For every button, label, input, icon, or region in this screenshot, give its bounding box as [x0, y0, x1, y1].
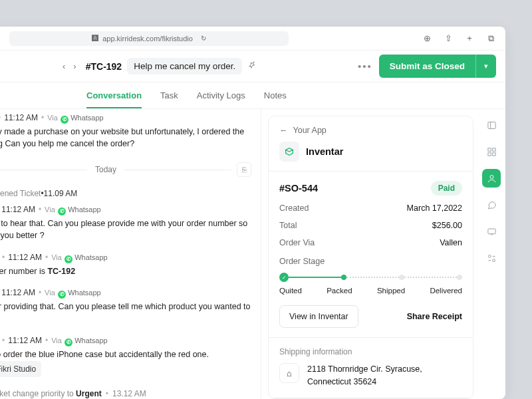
- svg-rect-7: [487, 229, 495, 234]
- reload-icon[interactable]: ↻: [201, 35, 206, 42]
- rail-grid-icon[interactable]: [482, 142, 501, 161]
- message: zorla•11:12 AM•Via ✆Whatsapp ted to orde…: [0, 332, 251, 383]
- svg-rect-3: [492, 148, 495, 150]
- download-icon[interactable]: ⊕: [422, 33, 432, 44]
- ticket-title[interactable]: Help me cancel my order.: [127, 58, 242, 74]
- shipping-address: 2118 Thornridge Cir. Syracuse, Connectic…: [307, 363, 462, 388]
- rail-settings-icon[interactable]: [482, 249, 501, 267]
- date-divider: Today ⎘: [0, 162, 251, 177]
- rail-user-icon[interactable]: [482, 169, 501, 188]
- stage-dot-done: ✓: [279, 273, 289, 282]
- new-tab-icon[interactable]: +: [464, 33, 475, 44]
- svg-rect-4: [487, 152, 490, 155]
- svg-point-6: [490, 175, 493, 178]
- nav-forward-icon[interactable]: ›: [69, 61, 80, 71]
- app-logo-icon: [279, 142, 299, 162]
- svg-rect-2: [487, 148, 490, 150]
- tab-task[interactable]: Task: [160, 90, 178, 100]
- share-icon[interactable]: ⇧: [443, 33, 454, 44]
- browser-toolbar: ◐ 🅰 app.kirridesk.com/fikristudio ↻ ⊕ ⇧ …: [0, 27, 505, 51]
- pin-icon[interactable]: [249, 61, 257, 72]
- svg-point-8: [488, 255, 491, 257]
- whatsapp-icon: ✆: [65, 255, 72, 263]
- order-stage-track: ✓: [279, 273, 462, 282]
- panel-back[interactable]: ← Your App: [279, 126, 462, 135]
- rail-chat-icon[interactable]: [482, 196, 501, 214]
- whatsapp-icon: ✆: [61, 116, 68, 124]
- tab-bar: Conversation Task Activity Logs Notes: [0, 82, 505, 109]
- message: zorla•11:12 AM•Via ✆Whatsapp e order num…: [0, 249, 251, 284]
- whatsapp-icon: ✆: [58, 291, 66, 299]
- order-panel: ← Your App Inventar #SO-544 Paid Created…: [268, 116, 473, 399]
- svg-point-9: [492, 259, 495, 261]
- app-name: Inventar: [306, 146, 343, 157]
- url-bar[interactable]: 🅰 app.kirridesk.com/fikristudio ↻: [9, 31, 289, 46]
- status-badge: Paid: [431, 181, 462, 196]
- svg-rect-0: [487, 122, 495, 128]
- rail-comment-icon[interactable]: [482, 222, 501, 241]
- conversation-column: orla•11:12 AM•Via ✆Whatsapp cently made …: [0, 109, 261, 399]
- ticket-id: #TC-192: [86, 61, 122, 72]
- home-icon: ⌂: [279, 363, 299, 383]
- order-id: #SO-544: [279, 183, 318, 194]
- lock-icon: 🅰: [92, 35, 98, 42]
- arrow-left-icon: ←: [279, 126, 288, 135]
- message: dio•11:12 AM•Via ✆Whatsapp ou for provid…: [0, 284, 251, 332]
- system-log: io Ticket change priority to Urgent•13.1…: [0, 384, 251, 400]
- message: dio•11:12 AM•Via ✆Whatsapp sorry to hear…: [0, 201, 251, 249]
- side-panel-wrap: ← Your App Inventar #SO-544 Paid Created…: [261, 109, 505, 399]
- right-rail: [477, 109, 505, 399]
- message: orla•11:12 AM•Via ✆Whatsapp cently made …: [0, 109, 251, 157]
- view-inventar-button[interactable]: View in Inventar: [279, 305, 358, 328]
- submit-dropdown-icon[interactable]: ▾: [475, 55, 496, 78]
- ticket-header: ‹ › #TC-192 Help me cancel my order. •••…: [0, 51, 505, 82]
- url-text: app.kirridesk.com/fikristudio: [102, 35, 193, 43]
- app-window: ◐ 🅰 app.kirridesk.com/fikristudio ↻ ⊕ ⇧ …: [0, 27, 505, 399]
- more-menu-icon[interactable]: •••: [358, 61, 372, 72]
- tabs-icon[interactable]: ⧉: [485, 33, 496, 44]
- submit-closed-button[interactable]: Submit as Closed: [379, 55, 475, 78]
- share-receipt-link[interactable]: Share Receipt: [407, 312, 462, 321]
- nav-back-icon[interactable]: ‹: [59, 61, 69, 71]
- whatsapp-icon: ✆: [65, 338, 72, 346]
- tab-activity-logs[interactable]: Activity Logs: [197, 90, 245, 100]
- rail-sidebar-icon[interactable]: [482, 116, 501, 134]
- svg-rect-5: [492, 152, 495, 155]
- system-opened: io Opened Ticket•11.09 AM: [0, 182, 251, 201]
- whatsapp-icon: ✆: [58, 207, 66, 215]
- mention-chip[interactable]: @Fikri Studio: [0, 361, 41, 377]
- tab-conversation[interactable]: Conversation: [86, 90, 142, 108]
- collapse-panel-icon[interactable]: ⎘: [237, 162, 251, 177]
- tab-notes[interactable]: Notes: [264, 90, 287, 100]
- browser-actions: ⊕ ⇧ + ⧉: [422, 33, 496, 44]
- content-area: orla•11:12 AM•Via ✆Whatsapp cently made …: [0, 109, 505, 399]
